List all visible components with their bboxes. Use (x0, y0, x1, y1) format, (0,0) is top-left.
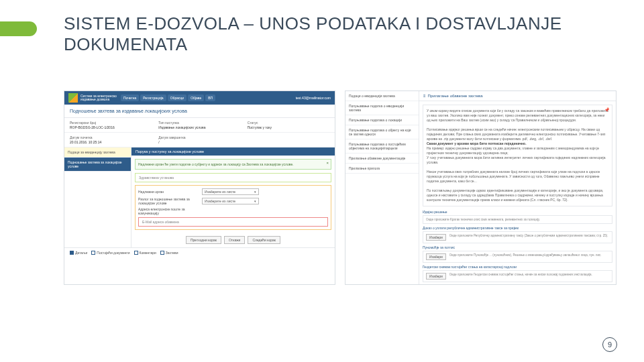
p2-content: ≡ Прилагање обавезне захтева 📌 У овом ко… (419, 91, 616, 284)
close-icon[interactable]: × (326, 161, 329, 165)
note-bold: Сваки документ у архиви мора бити потпис… (427, 141, 608, 146)
authority-label: Надлежни орган (138, 190, 202, 194)
form-fields-box: Надлежни орган Изаберите из листе Разлог… (135, 185, 331, 230)
ftab-comments[interactable]: Коментари (134, 251, 156, 255)
user-email[interactable]: test.43@mailinator.com (296, 96, 331, 100)
app-logo-icon (68, 93, 78, 103)
email-label: Адреса електронске поште за комуникацију (138, 207, 202, 215)
note-p4: У току учитавања докумената мора бити ак… (427, 156, 608, 165)
grp2-title: Доказ о уплати републичке административн… (423, 226, 612, 230)
p2-split: Подаци о евиденцији захтева Попуњавање п… (345, 91, 616, 284)
step-6[interactable]: Прилагање прилога (345, 164, 419, 174)
grp3-button[interactable]: Изабери (426, 253, 446, 260)
tab-evidence[interactable]: Подаци за евиденцију захтева (64, 147, 131, 158)
info-message: Надлежни орган ће узети податке о субјек… (135, 159, 331, 170)
reason-label: Разлог за подношење захтева за локацијск… (138, 197, 202, 205)
p2-header-text: Прилагање обавезне захтева (428, 94, 483, 98)
pin-icon: 📌 (604, 107, 609, 113)
check-icon (91, 251, 95, 255)
slide-title: SISTEM E-DOZVOLA – UNOS PODATAKA I DOSTA… (64, 13, 644, 55)
step-1[interactable]: Попуњавање податка о евиденцији захтева (345, 101, 419, 115)
app-brand: Систем за електронско издавање дозвола (80, 95, 117, 101)
tab-submit[interactable]: Подношење захтева за локацијске услове (64, 158, 131, 172)
prev-button[interactable]: Претходни корак (186, 236, 221, 244)
nav-register[interactable]: Регистрација (140, 95, 166, 101)
check-icon (134, 251, 138, 255)
grp4-title: Геодетски снимак постојећег стања на кат… (423, 265, 612, 269)
reg-num-label: Регистарски број (70, 121, 152, 125)
proc-type-value: Издавање локацијских услова (158, 125, 240, 129)
status-label: Статус (248, 121, 329, 125)
ftab-details[interactable]: Детаљи (70, 251, 87, 255)
doc-group-1: Идејно решење Овде приложите Кратак техн… (423, 210, 612, 224)
info-row-1: Регистарски бројROP-BGDSG-28-LOC-1/2016 … (64, 118, 335, 133)
instructions-note: 📌 У овом кораку видите списак документа … (423, 105, 612, 206)
doc-group-3: Пуномоћје за потпис ИзабериОвде приложит… (423, 245, 612, 263)
ftab-requests[interactable]: Захтеви (160, 251, 178, 255)
wizard-buttons: Претходни корак Откажи Следећи корак (131, 233, 335, 247)
nav-buttons: Почетна Регистрација Обрасци Објаве ВП (121, 95, 215, 101)
note-p5: Након учитавања свих потребних докуменат… (427, 170, 608, 184)
applicant-box: Здравствена установа (135, 173, 331, 182)
reason-value: Изаберите из листе (205, 199, 235, 203)
p2-header: ≡ Прилагање обавезне захтева (419, 91, 616, 101)
nav-forms[interactable]: Обрасци (168, 95, 186, 101)
cancel-button[interactable]: Откажи (224, 236, 245, 244)
check-icon (70, 251, 74, 255)
grp3-title: Пуномоћје за потпис (423, 245, 612, 249)
screenshot-right: Подаци о евиденцији захтева Попуњавање п… (345, 90, 616, 285)
proc-type-label: Тип поступка (158, 121, 240, 125)
grp3-text: Овде приложите Пуномоћје ... (пуномоћник… (449, 253, 602, 257)
p2-side-title: Подаци о евиденцији захтева (345, 91, 419, 101)
form-area: Порука у поступку за локацијске услове Н… (131, 147, 335, 247)
brand-line2: издавање дозвола (80, 98, 117, 101)
reg-num-value: ROP-BGDSG-28-LOC-1/2016 (70, 125, 152, 129)
note-p3: На пример: идејно решење садржи изјаву с… (427, 146, 608, 156)
screenshots-row: Систем за електронско издавање дозвола П… (64, 90, 616, 285)
grp2-button[interactable]: Изабери (426, 234, 446, 241)
nav-home[interactable]: Почетна (121, 95, 139, 101)
p2-sidebar: Подаци о евиденцији захтева Попуњавање п… (345, 91, 419, 284)
ftab-docs[interactable]: Постојећи документи (91, 251, 129, 255)
next-button[interactable]: Следећи корак (248, 236, 280, 244)
app-topbar: Систем за електронско издавање дозвола П… (64, 91, 335, 105)
step-2[interactable]: Попуњавање података о локацији (345, 115, 419, 125)
form-title-bar: Порука у поступку за локацијске услове (131, 147, 335, 156)
hamburger-icon: ≡ (423, 94, 426, 98)
info-text: Надлежни орган ће узети податке о субјек… (138, 162, 294, 166)
note-p1: У овом кораку видите списак документа ко… (427, 109, 608, 123)
step-5[interactable]: Прилагање обавезне документације (345, 154, 419, 164)
end-date-label: Датум завршетка (158, 135, 240, 139)
start-date-value: 20.01.2016. 10:25:14 (70, 140, 152, 144)
status-value: Поступак у току (248, 125, 329, 129)
check-icon (160, 251, 164, 255)
note-p2: Потписивање идејног решења врши се на сл… (427, 127, 608, 141)
screenshot-left: Систем за електронско издавање дозвола П… (64, 90, 335, 285)
doc-group-2: Доказ о уплати републичке административн… (423, 226, 612, 243)
nav-notices[interactable]: Објаве (188, 95, 204, 101)
side-tabs: Подаци за евиденцију захтева Подношење з… (64, 147, 131, 247)
doc-group-4: Геодетски снимак постојећег стања на кат… (423, 265, 612, 282)
email-error: Е-Mail адреса обавезна (138, 217, 328, 227)
grp1-text: Овде приложите Кратак технички опис свих… (426, 218, 540, 221)
page-number: 9 (602, 337, 617, 352)
grp1-title: Идејно решење (423, 210, 612, 214)
grp4-button[interactable]: Изабери (426, 273, 446, 280)
start-date-label: Датум почетка (70, 135, 152, 139)
authority-select[interactable]: Изаберите из листе (202, 188, 259, 195)
accent-bar (0, 21, 37, 36)
step-3[interactable]: Попуњавање података о објекту на који се… (345, 125, 419, 139)
end-date-value: / (158, 140, 240, 144)
info-row-2: Датум почетка20.01.2016. 10:25:14 Датум … (64, 133, 335, 147)
footer-tabs: Детаљи Постојећи документи Коментари Зах… (64, 247, 335, 257)
reason-select[interactable]: Изаберите из листе (202, 198, 259, 204)
content-split: Подаци за евиденцију захтева Подношење з… (64, 147, 335, 247)
note-p6: По постављању документације одмах иденти… (427, 188, 608, 202)
grp4-text: Овде приложите Геодетски снимак постојећ… (449, 273, 592, 276)
grp2-text: Овде приложите Републичку административн… (449, 234, 608, 237)
nav-vp[interactable]: ВП (205, 95, 215, 101)
step-4[interactable]: Попуњавање података о постојећим објекти… (345, 139, 419, 154)
section-header: Подношење захтева за издавање локацијски… (64, 105, 335, 118)
authority-value: Изаберите из листе (205, 190, 235, 194)
